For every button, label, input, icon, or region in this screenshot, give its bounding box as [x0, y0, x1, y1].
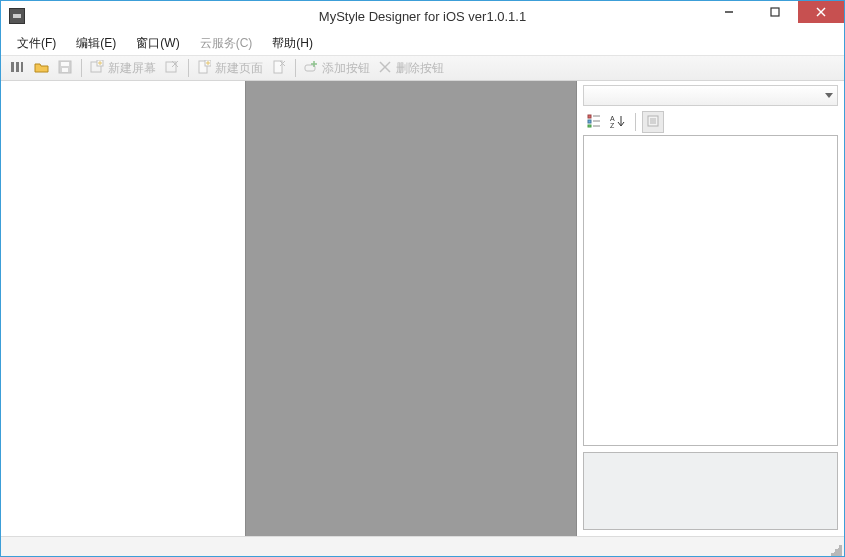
- left-panel: [1, 81, 245, 536]
- property-pages-icon: [647, 115, 659, 130]
- design-canvas[interactable]: [245, 81, 577, 536]
- svg-rect-9: [62, 68, 68, 72]
- menu-cloud[interactable]: 云服务(C): [190, 32, 263, 55]
- toolbar-save-button[interactable]: [54, 57, 76, 79]
- property-object-combo[interactable]: [583, 85, 838, 106]
- categorized-view-button[interactable]: [583, 111, 605, 133]
- property-toolbar-separator: [635, 113, 636, 131]
- window-controls: [706, 1, 844, 23]
- delete-button-icon: [378, 60, 392, 77]
- svg-text:Z: Z: [610, 122, 615, 128]
- delete-screen-icon: [165, 60, 179, 77]
- maximize-icon: [770, 7, 780, 17]
- maximize-button[interactable]: [752, 1, 798, 23]
- svg-rect-1: [771, 8, 779, 16]
- app-icon: [9, 8, 25, 24]
- add-button-icon: [304, 60, 318, 77]
- minimize-icon: [724, 7, 734, 17]
- toolbar-separator: [188, 59, 189, 77]
- menu-bar: 文件(F) 编辑(E) 窗口(W) 云服务(C) 帮助(H): [1, 31, 844, 55]
- property-grid[interactable]: [583, 135, 838, 446]
- toolbar-delete-button-label: 删除按钮: [396, 60, 444, 77]
- toolbar-open-button[interactable]: [30, 57, 52, 79]
- property-description: [583, 452, 838, 530]
- new-screen-icon: [90, 60, 104, 77]
- folder-open-icon: [34, 60, 49, 77]
- svg-text:A: A: [610, 115, 615, 122]
- new-page-icon: [197, 60, 211, 77]
- svg-rect-8: [61, 62, 69, 66]
- menu-file[interactable]: 文件(F): [7, 32, 66, 55]
- delete-page-icon: [272, 60, 286, 77]
- categorized-icon: [587, 114, 601, 131]
- align-icon: [10, 60, 24, 77]
- toolbar-new-page-button[interactable]: 新建页面: [194, 57, 266, 79]
- menu-edit[interactable]: 编辑(E): [66, 32, 126, 55]
- property-toolbar: A Z: [577, 109, 844, 135]
- toolbar: 新建屏幕 新建页面 添加按钮: [1, 55, 844, 81]
- svg-rect-6: [21, 62, 23, 72]
- right-panel: A Z: [577, 81, 844, 536]
- close-button[interactable]: [798, 1, 844, 23]
- toolbar-delete-button[interactable]: 删除按钮: [375, 57, 447, 79]
- property-object-row: [577, 81, 844, 109]
- toolbar-add-button-label: 添加按钮: [322, 60, 370, 77]
- save-icon: [58, 60, 72, 77]
- toolbar-delete-page-button[interactable]: [268, 57, 290, 79]
- svg-rect-31: [588, 125, 591, 127]
- toolbar-delete-screen-button[interactable]: [161, 57, 183, 79]
- svg-rect-5: [16, 62, 19, 72]
- title-bar: MyStyle Designer for iOS ver1.0.1.1: [1, 1, 844, 31]
- toolbar-new-button[interactable]: [6, 57, 28, 79]
- toolbar-new-screen-button[interactable]: 新建屏幕: [87, 57, 159, 79]
- svg-rect-29: [588, 115, 591, 118]
- minimize-button[interactable]: [706, 1, 752, 23]
- svg-rect-30: [588, 120, 591, 123]
- svg-rect-21: [274, 61, 282, 73]
- sort-az-icon: A Z: [610, 114, 626, 131]
- toolbar-separator: [81, 59, 82, 77]
- toolbar-new-screen-label: 新建屏幕: [108, 60, 156, 77]
- main-area: A Z: [1, 81, 844, 536]
- svg-rect-4: [11, 62, 14, 72]
- property-pages-button[interactable]: [642, 111, 664, 133]
- alphabetical-view-button[interactable]: A Z: [607, 111, 629, 133]
- toolbar-add-button[interactable]: 添加按钮: [301, 57, 373, 79]
- toolbar-new-page-label: 新建页面: [215, 60, 263, 77]
- close-icon: [816, 7, 826, 17]
- status-bar: [1, 536, 844, 556]
- resize-grip[interactable]: [828, 542, 842, 556]
- menu-window[interactable]: 窗口(W): [126, 32, 189, 55]
- toolbar-separator: [295, 59, 296, 77]
- menu-help[interactable]: 帮助(H): [262, 32, 323, 55]
- app-window: MyStyle Designer for iOS ver1.0.1.1 文件(F…: [0, 0, 845, 557]
